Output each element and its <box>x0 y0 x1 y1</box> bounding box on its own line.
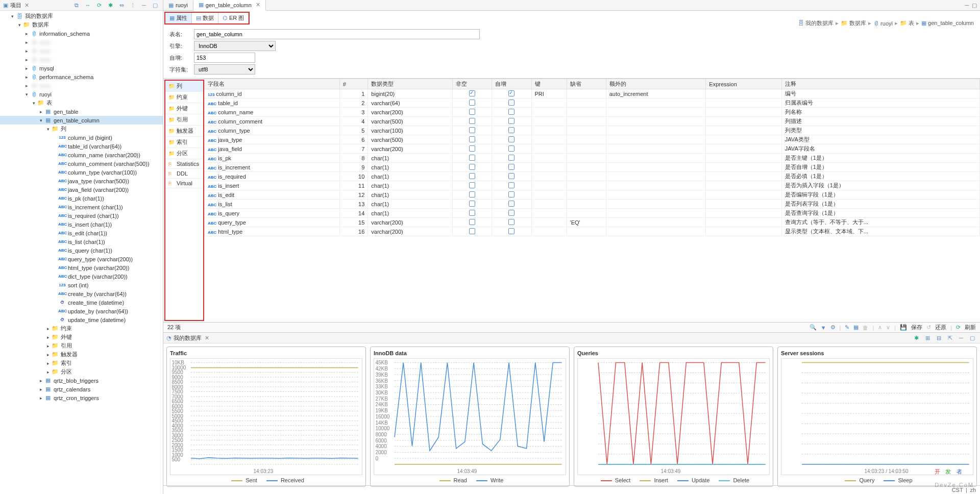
tree-node[interactable]: 123column_id (bigint) <box>0 133 163 142</box>
tree-node[interactable]: ABCis_required (char(1)) <box>0 211 163 220</box>
tree-node[interactable]: ABCis_list (char(1)) <box>0 237 163 246</box>
column-header[interactable]: # <box>339 79 368 89</box>
section-nav-item[interactable]: ⎘Statistics <box>165 159 203 169</box>
inner-tab[interactable]: ▦属性 <box>165 13 192 23</box>
table-row[interactable]: ABCis_list13char(1)是否列表字段（1是） <box>205 200 980 209</box>
tree-node[interactable]: ▸▦qrtz_blob_triggers <box>0 376 163 385</box>
tree-node[interactable]: ⏱update_time (datetime) <box>0 315 163 324</box>
table-row[interactable]: ABCcolumn_comment4varchar(500)列描述 <box>205 117 980 126</box>
column-header[interactable]: 键 <box>531 79 567 89</box>
dash-gear-icon[interactable]: ✱ <box>912 334 921 342</box>
breadcrumb-item[interactable]: 🛢 ruoyi <box>873 20 893 27</box>
table-row[interactable]: ABCjava_type6varchar(500)JAVA类型 <box>205 135 980 144</box>
close-dashboard-icon[interactable]: ✕ <box>205 335 209 341</box>
chart-area[interactable]: 45KB42KB39KB36KB33KB30KB27KB24KB19KB1600… <box>374 358 566 475</box>
column-header[interactable]: 自增 <box>492 79 531 89</box>
tree-node[interactable]: ▸🛢xxxx <box>0 46 163 55</box>
tree-node[interactable]: ▸▦qrtz_cron_triggers <box>0 393 163 402</box>
charset-select[interactable]: utf8 <box>194 64 255 75</box>
dash-export-icon[interactable]: ⇱ <box>945 334 954 342</box>
tree-node[interactable]: ABCquery_type (varchar(200)) <box>0 255 163 263</box>
tree-node[interactable]: ABCjava_field (varchar(200)) <box>0 185 163 194</box>
dash-min-icon[interactable]: ─ <box>957 334 966 342</box>
table-row[interactable]: ABCis_required10char(1)是否必填（1是） <box>205 172 980 181</box>
table-row[interactable]: ABChtml_type16varchar(200)显示类型（文本框、文本域、下… <box>205 227 980 236</box>
column-header[interactable]: 字段名 <box>205 79 340 89</box>
section-nav-item[interactable]: 📁索引 <box>165 137 203 148</box>
tree-node[interactable]: ▸🛢xxxx <box>0 81 163 90</box>
column-header[interactable]: 数据类型 <box>368 79 453 89</box>
column-header[interactable]: 额外的 <box>606 79 706 89</box>
tree-node[interactable]: ABCjava_type (varchar(500)) <box>0 177 163 185</box>
tree-node[interactable]: ABCis_insert (char(1)) <box>0 220 163 229</box>
refresh-icon[interactable]: ⟳ <box>956 324 961 331</box>
tree-node[interactable]: ABCcreate_by (varchar(64)) <box>0 289 163 298</box>
filter-icon[interactable]: ▼ <box>821 325 826 331</box>
tree-node[interactable]: ▸📁触发器 <box>0 350 163 359</box>
table-row[interactable]: ABCis_query14char(1)是否查询字段（1是） <box>205 209 980 218</box>
autoinc-input[interactable] <box>194 53 255 63</box>
section-nav-item[interactable]: 📁外键 <box>165 103 203 114</box>
tree-node[interactable]: ▸▦qrtz_calendars <box>0 385 163 393</box>
up-icon[interactable]: ∧ <box>878 324 882 331</box>
tree-node[interactable]: ABCis_increment (char(1)) <box>0 203 163 211</box>
table-row[interactable]: ABCcolumn_name3varchar(200)列名称 <box>205 108 980 117</box>
breadcrumb-item[interactable]: 📁 表 <box>900 19 914 27</box>
table-row[interactable]: ABCjava_field7varchar(200)JAVA字段名 <box>205 144 980 154</box>
tree-node[interactable]: ▾📁表 <box>0 98 163 107</box>
table-row[interactable]: ABCis_increment9char(1)是否自增（1是） <box>205 163 980 172</box>
chart-area[interactable]: 10KB100009500900085008000750070006500600… <box>170 358 362 475</box>
tree-node[interactable]: ▸📁引用 <box>0 341 163 350</box>
section-nav-item[interactable]: 📁分区 <box>165 148 203 159</box>
new-row-icon[interactable]: ▦ <box>853 324 859 331</box>
tree-node[interactable]: ABCcolumn_name (varchar(200)) <box>0 151 163 159</box>
max-icon[interactable]: ▢ <box>151 1 160 9</box>
tree-node[interactable]: ABCcolumn_comment (varchar(500)) <box>0 159 163 168</box>
settings-icon[interactable]: ✱ <box>106 1 115 9</box>
tree-node[interactable]: 123sort (int) <box>0 281 163 289</box>
tree-node[interactable]: ▸📁分区 <box>0 367 163 376</box>
tree-node[interactable]: ▸📁索引 <box>0 359 163 367</box>
tree-node[interactable]: ▾▦gen_table_column <box>0 116 163 125</box>
column-header[interactable]: 注释 <box>781 79 979 89</box>
tree-node[interactable]: ABCis_query (char(1)) <box>0 246 163 255</box>
dash-max-icon[interactable]: ▢ <box>968 334 977 342</box>
tree-node[interactable]: ▸▦gen_table <box>0 107 163 116</box>
tree-node[interactable]: ▸🛢performance_schema <box>0 72 163 81</box>
tree-node[interactable]: ▾📁列 <box>0 125 163 133</box>
down-icon[interactable]: ∨ <box>886 324 890 331</box>
dash-layout2-icon[interactable]: ⊟ <box>934 334 943 342</box>
sync-icon[interactable]: ⟳ <box>94 1 104 9</box>
column-header[interactable]: Expression <box>706 79 782 89</box>
tree-node[interactable]: ▸🛢information_schema <box>0 29 163 38</box>
project-tree[interactable]: ▾🗄我的数据库▾📁数据库▸🛢information_schema▸🛢xxxx▸🛢… <box>0 11 163 494</box>
table-row[interactable]: ABCcolumn_type5varchar(100)列类型 <box>205 126 980 135</box>
refresh-tree-icon[interactable]: ↔ <box>83 1 92 9</box>
tree-node[interactable]: ABCis_pk (char(1)) <box>0 194 163 203</box>
columns-grid[interactable]: 字段名#数据类型非空自增键缺省额外的Expression注释 123column… <box>204 79 980 236</box>
tree-node[interactable]: ABCcolumn_type (varchar(100)) <box>0 168 163 177</box>
link-with-editor-icon[interactable]: ⧉ <box>72 1 81 9</box>
column-header[interactable]: 缺省 <box>567 79 606 89</box>
tree-node[interactable]: ABCtable_id (varchar(64)) <box>0 142 163 151</box>
close-icon[interactable]: ✕ <box>256 2 260 8</box>
engine-select[interactable]: InnoDB <box>194 41 276 51</box>
dash-layout1-icon[interactable]: ⊞ <box>923 334 932 342</box>
table-row[interactable]: ABCis_pk8char(1)是否主键（1是） <box>205 154 980 163</box>
tree-node[interactable]: ABChtml_type (varchar(200)) <box>0 263 163 272</box>
delete-icon[interactable]: 🗑 <box>863 325 868 331</box>
tree-node[interactable]: ▸📁约束 <box>0 324 163 333</box>
section-nav-item[interactable]: ⎘DDL <box>165 169 203 179</box>
section-nav-item[interactable]: ⎘Virtual <box>165 179 203 188</box>
tree-node[interactable]: ▾🗄我的数据库 <box>0 12 163 20</box>
table-row[interactable]: 123column_id1bigint(20)PRIauto_increment… <box>205 89 980 98</box>
breadcrumb-item[interactable]: 🗄 我的数据库 <box>798 19 834 27</box>
editor-tab[interactable]: ▦ruoyi <box>163 1 193 10</box>
close-view-icon[interactable]: ✕ <box>24 2 29 9</box>
table-row[interactable]: ABCis_edit12char(1)是否编辑字段（1是） <box>205 190 980 200</box>
section-nav-item[interactable]: 📁列 <box>165 81 203 92</box>
chart-area[interactable]: 14:03:23 / 14:03:50 <box>781 358 973 475</box>
save-icon[interactable]: 💾 <box>900 324 907 331</box>
inner-tab[interactable]: ▤数据 <box>192 13 218 23</box>
table-row[interactable]: ABCis_insert11char(1)是否为插入字段（1是） <box>205 181 980 190</box>
